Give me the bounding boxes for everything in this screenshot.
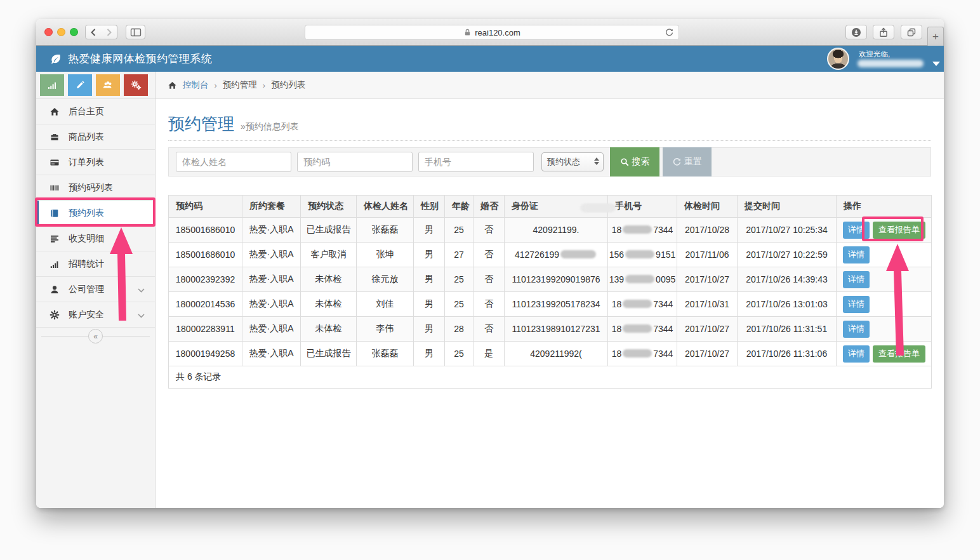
view-report-button[interactable]: 查看报告单 <box>873 345 925 363</box>
settings-quick-button[interactable] <box>124 74 148 96</box>
cell-status: 已生成报告 <box>301 342 357 366</box>
sidebar-item-orders[interactable]: 订单列表 <box>36 150 155 175</box>
col-age: 年龄 <box>445 196 473 218</box>
search-button[interactable]: 搜索 <box>610 147 659 177</box>
cell-actions: 详情 <box>837 267 932 292</box>
pencil-icon <box>75 80 85 90</box>
avatar[interactable] <box>827 48 849 70</box>
home-icon <box>168 81 177 90</box>
book-icon <box>49 208 60 218</box>
app-header: 热爱健康网体检预约管理系统 欢迎光临, <box>36 46 944 72</box>
cell-actions: 详情查看报告单 <box>837 218 932 243</box>
downloads-button[interactable] <box>845 25 867 39</box>
chevron-right-icon <box>105 28 113 37</box>
cell-name: 刘佳 <box>357 292 414 317</box>
redacted-blur <box>625 250 654 258</box>
chevron-left-icon <box>89 28 97 37</box>
minimize-window-button[interactable] <box>57 28 65 36</box>
forward-button[interactable] <box>101 25 117 39</box>
search-icon <box>620 157 630 167</box>
sidebar-item-appointments[interactable]: 预约列表 <box>36 201 155 226</box>
cell-actions: 详情 <box>837 243 932 267</box>
cell-exam-time: 2017/10/27 <box>677 267 738 292</box>
collapse-sidebar-button[interactable]: « <box>88 329 103 343</box>
detail-button[interactable]: 详情 <box>843 271 870 288</box>
cell-gender: 男 <box>414 342 445 366</box>
back-button[interactable] <box>85 25 102 39</box>
cell-actions: 详情查看报告单 <box>837 342 932 366</box>
cell-id: 4209211992( <box>505 342 608 366</box>
search-button-label: 搜索 <box>632 156 650 168</box>
sidebar-item-home[interactable]: 后台主页 <box>36 99 155 124</box>
sidebar-quick-buttons <box>40 74 148 96</box>
sidebar-item-company[interactable]: 公司管理 <box>36 277 155 302</box>
cell-phone: 1390095 <box>608 267 677 292</box>
status-select[interactable]: 预约状态 <box>541 152 604 171</box>
sidebar-toggle-button[interactable] <box>126 25 145 39</box>
filter-bar: 预约状态 搜索 重置 <box>168 147 931 177</box>
cell-submit-time: 2017/10/26 11:31:51 <box>738 317 837 342</box>
sidebar-item-account-security[interactable]: 账户安全 <box>36 302 155 328</box>
refresh-button[interactable] <box>665 28 674 39</box>
cell-married: 否 <box>473 218 505 243</box>
cell-package: 热爱·入职A <box>242 218 301 243</box>
sidebar-item-label: 账户安全 <box>69 309 104 321</box>
cell-package: 热爱·入职A <box>242 292 301 317</box>
cell-id: 110123199209019876 <box>505 267 608 292</box>
sidebar-item-label: 招聘统计 <box>69 258 104 270</box>
cell-package: 热爱·入职A <box>242 267 301 292</box>
cell-code: 180002392392 <box>169 267 242 292</box>
breadcrumb-link-console[interactable]: 控制台 <box>183 79 209 91</box>
detail-button[interactable]: 详情 <box>843 246 870 263</box>
reset-button[interactable]: 重置 <box>663 147 712 177</box>
tab-overview-button[interactable] <box>901 25 922 39</box>
close-window-button[interactable] <box>44 28 53 36</box>
cell-name: 张磊磊 <box>357 342 414 366</box>
redacted-blur <box>560 250 596 258</box>
chevron-down-icon[interactable] <box>932 62 940 66</box>
cell-gender: 男 <box>414 292 445 317</box>
cell-exam-time: 2017/10/27 <box>677 317 738 342</box>
share-button[interactable] <box>873 25 894 39</box>
detail-button[interactable]: 详情 <box>843 222 870 239</box>
desktop: reai120.com + 热爱健康网体检预约管理系统 欢 <box>0 0 980 560</box>
cell-name: 张坤 <box>357 243 414 267</box>
col-married: 婚否 <box>473 196 505 218</box>
detail-button[interactable]: 详情 <box>843 321 870 338</box>
cell-phone: 1569151 <box>608 243 677 267</box>
cell-package: 热爱·入职A <box>242 342 301 366</box>
col-status: 预约状态 <box>301 196 357 218</box>
cell-id: 110123199205178234 <box>505 292 608 317</box>
breadcrumb-item: 预约列表 <box>271 79 305 91</box>
sidebar-item-label: 公司管理 <box>69 284 104 295</box>
stats-quick-button[interactable] <box>40 74 64 96</box>
tabs-icon <box>906 27 917 37</box>
detail-button[interactable]: 详情 <box>843 345 870 363</box>
sidebar-icon <box>130 27 142 37</box>
edit-quick-button[interactable] <box>68 74 92 96</box>
code-search-input[interactable] <box>297 152 413 172</box>
main-content: 控制台 › 预约管理 › 预约列表 预约管理 »预约信息列表 预约状态 <box>156 72 944 508</box>
sidebar-item-ledger[interactable]: 收支明细 <box>36 226 155 251</box>
sidebar-item-codes[interactable]: 预约码列表 <box>36 175 155 201</box>
cell-exam-time: 2017/10/28 <box>677 218 738 243</box>
cell-code: 185001686010 <box>169 218 242 243</box>
detail-button[interactable]: 详情 <box>843 296 870 313</box>
cell-id: 412726199 <box>505 243 608 267</box>
view-report-button[interactable]: 查看报告单 <box>873 222 925 239</box>
sidebar-item-products[interactable]: 商品列表 <box>36 124 155 150</box>
col-package: 所约套餐 <box>242 196 301 218</box>
address-bar[interactable]: reai120.com <box>305 25 679 40</box>
phone-search-input[interactable] <box>418 152 534 172</box>
sidebar-item-recruit-stats[interactable]: 招聘统计 <box>36 251 155 277</box>
cell-exam-time: 2017/10/27 <box>677 342 738 366</box>
cell-actions: 详情 <box>837 317 932 342</box>
new-tab-button[interactable]: + <box>927 27 944 46</box>
col-exam-time: 体检时间 <box>677 196 738 218</box>
cell-name: 徐元放 <box>357 267 414 292</box>
col-submit-time: 提交时间 <box>738 196 837 218</box>
name-search-input[interactable] <box>176 152 291 172</box>
users-quick-button[interactable] <box>96 74 120 96</box>
zoom-window-button[interactable] <box>70 28 78 36</box>
cell-submit-time: 2017/10/26 11:31:06 <box>738 342 837 366</box>
